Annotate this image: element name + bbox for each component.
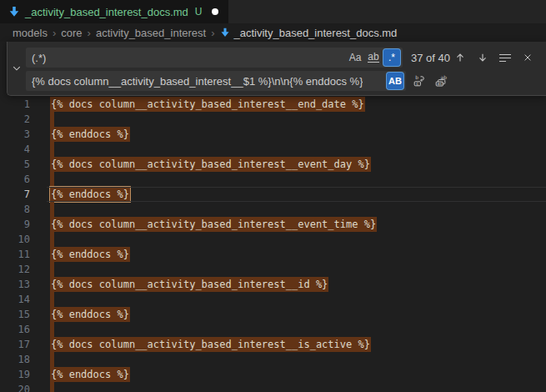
breadcrumb-item-models[interactable]: models <box>13 27 48 39</box>
line-number: 14 <box>0 292 30 307</box>
line-number: 3 <box>0 127 30 142</box>
line-number: 15 <box>0 307 30 322</box>
code-line[interactable]: 10 <box>0 232 546 247</box>
results-count: 37 of 40 <box>411 52 450 64</box>
breadcrumb-separator: › <box>53 27 56 39</box>
match-highlight: {% enddocs %} <box>50 247 130 262</box>
replace-input[interactable]: {% docs column__activity_based_interest_… <box>26 71 406 91</box>
code-line[interactable]: 2 <box>0 112 546 127</box>
line-number: 6 <box>0 172 30 187</box>
whole-word-button[interactable]: ab <box>365 49 382 66</box>
match-highlight: {% docs column__activity_based_interest_… <box>50 277 328 292</box>
code-line[interactable]: 20 <box>0 382 546 392</box>
line-content: {% enddocs %} <box>50 367 130 382</box>
code-line[interactable]: 18 <box>0 352 546 367</box>
empty-match-strip <box>50 352 54 367</box>
line-content: {% docs column__activity_based_interest_… <box>50 97 365 112</box>
code-line[interactable]: 4 <box>0 142 546 157</box>
selection-lines-icon <box>499 54 511 62</box>
line-content <box>50 382 54 392</box>
breadcrumb-filename: _activity_based_interest_docs.md <box>234 27 398 39</box>
line-number: 12 <box>0 262 30 277</box>
modified-dot-icon[interactable] <box>212 8 218 15</box>
markdown-file-icon <box>8 6 20 18</box>
breadcrumb-item-core[interactable]: core <box>61 27 82 39</box>
git-status-badge: U <box>195 6 203 18</box>
line-number: 5 <box>0 157 30 172</box>
replace-all-icon: ab ac <box>434 74 448 88</box>
match-highlight: {% docs column__activity_based_interest_… <box>50 337 371 352</box>
empty-match-strip <box>50 172 54 187</box>
code-line[interactable]: 15{% enddocs %} <box>0 307 546 322</box>
editor-tab[interactable]: _activity_based_interest_docs.md U <box>0 0 228 23</box>
code-line[interactable]: 8 <box>0 202 546 217</box>
line-content: {% docs column__activity_based_interest_… <box>50 337 371 352</box>
line-number: 4 <box>0 142 30 157</box>
toggle-replace-button[interactable] <box>8 42 25 95</box>
line-number: 18 <box>0 352 30 367</box>
code-line[interactable]: 14 <box>0 292 546 307</box>
code-line[interactable]: 3{% enddocs %} <box>0 127 546 142</box>
empty-match-strip <box>50 112 54 127</box>
line-number: 19 <box>0 367 30 382</box>
line-number: 11 <box>0 247 30 262</box>
svg-text:ab: ab <box>441 74 448 80</box>
regex-button[interactable]: .* <box>383 49 400 66</box>
line-number: 17 <box>0 337 30 352</box>
find-input[interactable]: (.*) Aa ab .* <box>26 48 403 68</box>
empty-match-strip <box>50 262 54 277</box>
code-line[interactable]: 1{% docs column__activity_based_interest… <box>0 97 546 112</box>
close-icon <box>523 53 533 63</box>
tab-bar: _activity_based_interest_docs.md U <box>0 0 546 23</box>
chevron-down-icon <box>12 63 22 73</box>
line-number: 13 <box>0 277 30 292</box>
replace-icon: b c <box>413 74 426 88</box>
code-line[interactable]: 12 <box>0 262 546 277</box>
line-content: {% enddocs %} <box>50 307 130 322</box>
code-line[interactable]: 16 <box>0 322 546 337</box>
replace-input-value: {% docs column__activity_based_interest_… <box>32 75 363 88</box>
match-case-button[interactable]: Aa <box>347 49 363 66</box>
svg-text:b: b <box>415 74 418 80</box>
line-number: 7 <box>0 187 30 202</box>
close-find-widget-button[interactable] <box>519 49 536 66</box>
match-highlight: {% enddocs %} <box>50 187 130 202</box>
line-content: {% docs column__activity_based_interest_… <box>50 217 377 232</box>
breadcrumb-item-activity-based-interest[interactable]: activity_based_interest <box>96 27 206 39</box>
line-number: 10 <box>0 232 30 247</box>
svg-text:ac: ac <box>438 81 443 86</box>
code-line[interactable]: 13{% docs column__activity_based_interes… <box>0 277 546 292</box>
line-content: {% enddocs %} <box>50 187 130 202</box>
empty-match-strip <box>50 292 54 307</box>
breadcrumb: models › core › activity_based_interest … <box>0 23 546 42</box>
code-line[interactable]: 11{% enddocs %} <box>0 247 546 262</box>
match-highlight: {% enddocs %} <box>50 127 130 142</box>
code-line[interactable]: 5{% docs column__activity_based_interest… <box>0 157 546 172</box>
line-number: 16 <box>0 322 30 337</box>
preserve-case-button[interactable]: AB <box>387 73 403 89</box>
match-highlight: {% enddocs %} <box>50 367 130 382</box>
empty-match-strip <box>50 142 54 157</box>
line-number: 20 <box>0 382 30 392</box>
line-content: {% docs column__activity_based_interest_… <box>50 277 328 292</box>
line-number: 1 <box>0 97 30 112</box>
find-input-value: (.*) <box>32 52 46 64</box>
match-highlight: {% docs column__activity_based_interest_… <box>50 217 377 232</box>
next-match-button[interactable] <box>474 49 491 66</box>
line-number: 2 <box>0 112 30 127</box>
code-line[interactable]: 7{% enddocs %} <box>0 187 546 202</box>
previous-match-button[interactable] <box>452 49 468 66</box>
markdown-file-icon <box>220 28 230 38</box>
find-widget: (.*) Aa ab .* 37 of 40 <box>7 42 546 96</box>
code-line[interactable]: 17{% docs column__activity_based_interes… <box>0 337 546 352</box>
replace-button[interactable]: b c <box>411 73 428 89</box>
replace-all-button[interactable]: ab ac <box>433 73 449 89</box>
find-in-selection-button[interactable] <box>497 49 513 66</box>
code-line[interactable]: 19{% enddocs %} <box>0 367 546 382</box>
match-highlight: {% docs column__activity_based_interest_… <box>50 157 371 172</box>
empty-match-strip <box>50 322 54 337</box>
breadcrumb-item-file[interactable]: _activity_based_interest_docs.md <box>220 27 398 39</box>
code-line[interactable]: 6 <box>0 172 546 187</box>
breadcrumb-separator: › <box>211 27 214 39</box>
code-line[interactable]: 9{% docs column__activity_based_interest… <box>0 217 546 232</box>
